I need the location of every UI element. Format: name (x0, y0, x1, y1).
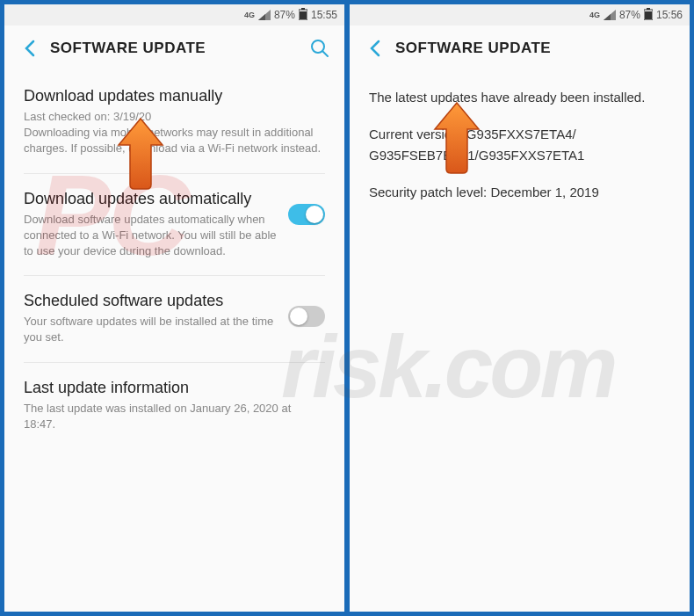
signal-icon (604, 10, 616, 20)
item-desc: Last checked on: 3/19/20 Downloading via… (24, 109, 325, 157)
network-icon: 4G (589, 11, 600, 19)
item-desc: Your software updates will be installed … (24, 314, 278, 345)
last-update-info-item[interactable]: Last update information The last update … (24, 363, 325, 448)
app-header: SOFTWARE UPDATE (4, 25, 344, 71)
app-header: SOFTWARE UPDATE (350, 25, 690, 71)
svg-rect-2 (300, 11, 307, 19)
scheduled-toggle[interactable] (288, 306, 325, 327)
status-bar: 4G 87% 15:56 (350, 4, 690, 25)
phone-screen-right: 4G 87% 15:56 SOFTWARE UPDATE The latest … (350, 4, 690, 612)
download-manually-item[interactable]: Download updates manually Last checked o… (24, 71, 325, 174)
clock-text: 15:55 (311, 9, 337, 21)
status-bar: 4G 87% 15:55 (4, 4, 344, 25)
item-title: Last update information (24, 379, 325, 397)
item-title: Download updates automatically (24, 190, 278, 208)
signal-icon (258, 10, 271, 20)
battery-text: 87% (619, 9, 640, 21)
battery-icon (644, 8, 653, 23)
item-desc: Download software updates automatically … (24, 212, 278, 260)
clock-text: 15:56 (656, 9, 683, 21)
search-icon[interactable] (309, 38, 330, 59)
back-icon[interactable] (364, 38, 385, 59)
update-status-info: The latest updates have already been ins… (350, 71, 690, 612)
back-icon[interactable] (18, 38, 40, 59)
battery-text: 87% (274, 9, 295, 21)
svg-line-4 (322, 51, 328, 56)
item-title: Scheduled software updates (24, 292, 278, 310)
scheduled-updates-item[interactable]: Scheduled software updates Your software… (24, 276, 325, 362)
item-desc: The last update was installed on January… (24, 401, 325, 432)
network-icon: 4G (244, 11, 255, 19)
auto-update-toggle[interactable] (288, 204, 325, 225)
battery-icon (299, 8, 307, 23)
item-title: Download updates manually (24, 87, 325, 105)
phone-screen-left: 4G 87% 15:55 SOFTWARE UPDATE Download up… (4, 4, 344, 612)
current-version: Current version: G935FXXS7ETA4/ G935FSEB… (369, 124, 670, 166)
page-title: SOFTWARE UPDATE (395, 40, 676, 57)
settings-list: Download updates manually Last checked o… (4, 71, 344, 612)
security-patch: Security patch level: December 1, 2019 (369, 182, 670, 203)
svg-rect-7 (645, 11, 652, 19)
download-auto-item[interactable]: Download updates automatically Download … (24, 174, 325, 277)
page-title: SOFTWARE UPDATE (50, 40, 309, 57)
status-message: The latest updates have already been ins… (369, 87, 670, 108)
